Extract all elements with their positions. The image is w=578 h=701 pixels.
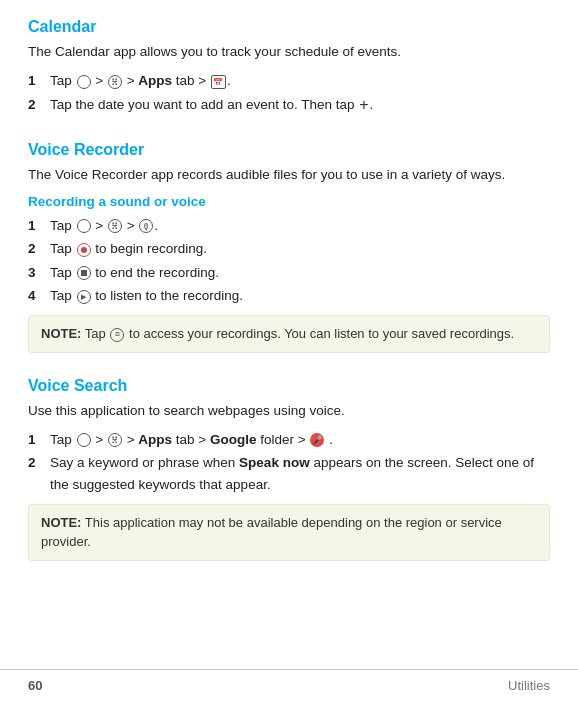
vr-step-num-4: 4 (28, 285, 46, 307)
voice-recorder-subtitle: Recording a sound or voice (28, 194, 550, 209)
voice-icon: 🎤 (310, 433, 324, 447)
vr-step-3: 3 Tap to end the recording. (28, 262, 550, 284)
vr-step-1: 1 Tap > > 🎙. (28, 215, 550, 237)
vr-step-content-4: Tap to listen to the recording. (50, 285, 550, 307)
apps-icon-2 (108, 219, 122, 233)
calendar-step-2: 2 Tap the date you want to add an event … (28, 94, 550, 116)
voice-recorder-steps: 1 Tap > > 🎙. 2 Tap to begin recording. 3… (28, 215, 550, 307)
vr-step-content-1: Tap > > 🎙. (50, 215, 550, 237)
vr-step-content-3: Tap to end the recording. (50, 262, 550, 284)
voice-search-section: Voice Search Use this application to sea… (28, 377, 550, 561)
calendar-title: Calendar (28, 18, 550, 36)
step-num-1: 1 (28, 70, 46, 92)
vr-step-num-1: 1 (28, 215, 46, 237)
voice-recorder-description: The Voice Recorder app records audible f… (28, 165, 550, 185)
voice-recorder-note: NOTE: Tap to access your recordings. You… (28, 315, 550, 353)
bottom-bar: 60 Utilities (0, 669, 578, 701)
vs-step-content-2: Say a keyword or phrase when Speak now a… (50, 452, 550, 495)
vs-step-num-2: 2 (28, 452, 46, 474)
vr-step-4: 4 Tap to listen to the recording. (28, 285, 550, 307)
vr-step-content-2: Tap to begin recording. (50, 238, 550, 260)
vs-step-num-1: 1 (28, 429, 46, 451)
step-content-2: Tap the date you want to add an event to… (50, 94, 550, 116)
home-icon-3 (77, 433, 91, 447)
page-label: Utilities (508, 678, 550, 693)
google-text: Google (210, 432, 257, 447)
add-icon: + (359, 97, 368, 113)
vr-step-num-2: 2 (28, 238, 46, 260)
step-num-2: 2 (28, 94, 46, 116)
calendar-icon: 📅 (211, 75, 226, 89)
voice-recorder-title: Voice Recorder (28, 141, 550, 159)
vs-step-2: 2 Say a keyword or phrase when Speak now… (28, 452, 550, 495)
calendar-section: Calendar The Calendar app allows you to … (28, 18, 550, 115)
record-icon (77, 243, 91, 257)
calendar-step-1: 1 Tap > > Apps tab > 📅. (28, 70, 550, 92)
play-icon (77, 290, 91, 304)
mic-icon: 🎙 (139, 219, 153, 233)
page: Calendar The Calendar app allows you to … (0, 0, 578, 701)
voice-recorder-section: Voice Recorder The Voice Recorder app re… (28, 141, 550, 352)
voice-search-title: Voice Search (28, 377, 550, 395)
calendar-description: The Calendar app allows you to track you… (28, 42, 550, 62)
vr-step-2: 2 Tap to begin recording. (28, 238, 550, 260)
vs-step-1: 1 Tap > > Apps tab > Google folder > 🎤 . (28, 429, 550, 451)
home-icon-2 (77, 219, 91, 233)
apps-icon (108, 75, 122, 89)
vs-step-content-1: Tap > > Apps tab > Google folder > 🎤 . (50, 429, 550, 451)
voice-search-note: NOTE: This application may not be availa… (28, 504, 550, 561)
menu-icon (110, 328, 124, 342)
stop-icon (77, 266, 91, 280)
step-content-1: Tap > > Apps tab > 📅. (50, 70, 550, 92)
calendar-steps: 1 Tap > > Apps tab > 📅. 2 Tap the date y… (28, 70, 550, 115)
apps-icon-3 (108, 433, 122, 447)
voice-search-description: Use this application to search webpages … (28, 401, 550, 421)
page-number: 60 (28, 678, 42, 693)
home-icon (77, 75, 91, 89)
voice-search-steps: 1 Tap > > Apps tab > Google folder > 🎤 .… (28, 429, 550, 496)
vr-step-num-3: 3 (28, 262, 46, 284)
